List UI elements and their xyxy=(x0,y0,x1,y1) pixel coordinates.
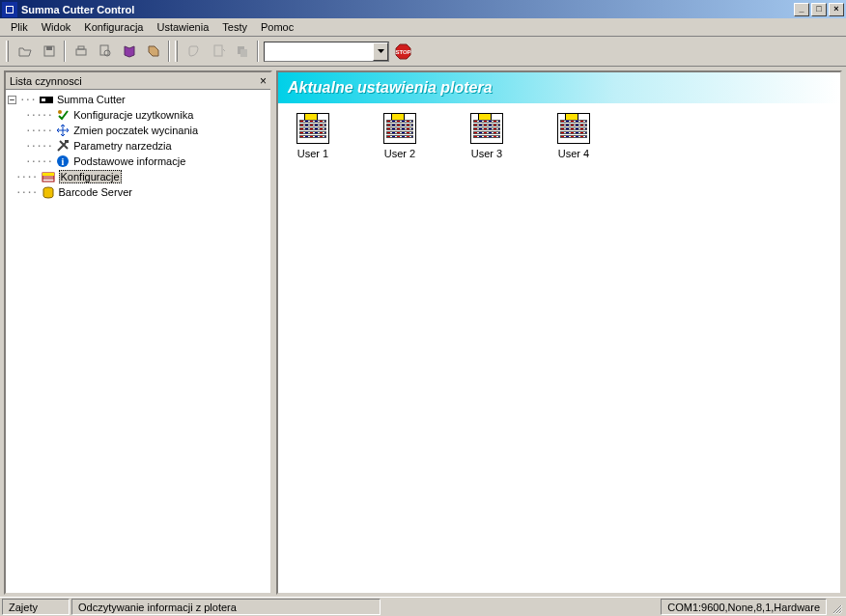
user-label: User 4 xyxy=(558,148,589,159)
info-icon: i xyxy=(55,154,70,168)
toolbar-combo[interactable] xyxy=(264,42,389,62)
svg-rect-1 xyxy=(7,7,13,13)
tree-body: − ··· Summa Cutter ····· Konfiguracje uz… xyxy=(6,90,270,593)
print-button[interactable] xyxy=(70,41,92,62)
tree-item-label: Konfiguracje xyxy=(59,170,122,183)
preview-button[interactable] xyxy=(94,41,116,62)
app-icon xyxy=(2,2,17,17)
chevron-down-icon xyxy=(373,42,388,61)
svg-rect-20 xyxy=(42,173,54,176)
folder-sheet-icon xyxy=(41,170,56,183)
user-label: User 3 xyxy=(471,148,502,159)
svg-rect-5 xyxy=(78,46,84,49)
open-button[interactable] xyxy=(14,41,36,62)
svg-rect-3 xyxy=(46,46,52,50)
svg-point-15 xyxy=(58,110,62,114)
user-item[interactable]: User 4 xyxy=(545,113,603,159)
content-body: User 1 User 2 User 3 User 4 xyxy=(278,103,840,593)
tree-item[interactable]: ····· Parametry narzedzia xyxy=(8,138,268,154)
tree-item-barcode[interactable]: ···· Barcode Server xyxy=(8,184,268,200)
tree-item-label: Barcode Server xyxy=(59,186,132,198)
maximize-button[interactable]: □ xyxy=(811,3,827,16)
user-label: User 2 xyxy=(384,148,415,159)
status-left: Zajety xyxy=(2,599,70,615)
svg-rect-16 xyxy=(65,140,69,143)
tree-root[interactable]: − ··· Summa Cutter xyxy=(8,92,268,107)
toolbar-separator xyxy=(168,41,170,62)
svg-rect-8 xyxy=(214,45,222,56)
menu-konfiguracja[interactable]: Konfiguracja xyxy=(77,19,150,35)
status-right: COM1:9600,None,8,1,Hardware xyxy=(661,599,827,615)
main-area: Lista czynnosci × − ··· Summa Cutter ···… xyxy=(0,67,846,597)
user-config-icon xyxy=(557,113,590,144)
user-label: User 1 xyxy=(297,148,328,159)
status-middle: Odczytywanie informacji z plotera xyxy=(71,599,381,615)
tree-panel: Lista czynnosci × − ··· Summa Cutter ···… xyxy=(4,70,272,595)
statusbar: Zajety Odczytywanie informacji z plotera… xyxy=(0,597,846,616)
menu-pomoc[interactable]: Pomoc xyxy=(254,19,300,35)
barrel-icon xyxy=(41,185,56,199)
menu-plik[interactable]: Plik xyxy=(4,19,35,35)
tree-item-label: Konfiguracje uzytkownika xyxy=(73,109,193,121)
tree-item-label: Zmien poczatek wycinania xyxy=(73,125,198,136)
window-title: Summa Cutter Control xyxy=(21,4,792,15)
user-config-icon xyxy=(383,113,416,144)
titlebar: Summa Cutter Control _ □ × xyxy=(0,0,846,18)
content-header: Aktualne ustawienia plotera xyxy=(278,72,840,103)
tag-button[interactable] xyxy=(142,41,164,62)
tree-item-label: Podstawowe informacje xyxy=(73,155,185,167)
close-button[interactable]: × xyxy=(829,3,844,16)
user-item[interactable]: User 3 xyxy=(458,113,516,159)
hammer-wrench-icon xyxy=(55,139,70,153)
book-button[interactable] xyxy=(118,41,140,62)
phone-button[interactable] xyxy=(183,41,205,62)
user-config-icon xyxy=(296,113,329,144)
toolbar-separator xyxy=(257,41,259,62)
device-icon xyxy=(39,93,54,106)
tree-root-label: Summa Cutter xyxy=(57,94,126,105)
new-doc-button[interactable] xyxy=(207,41,229,62)
svg-text:i: i xyxy=(62,156,65,167)
save-button[interactable] xyxy=(38,41,60,62)
toolbar-grip xyxy=(6,41,9,62)
menu-testy[interactable]: Testy xyxy=(215,19,254,35)
toolbar-grip xyxy=(175,41,178,62)
status-spacer xyxy=(382,599,659,615)
copy-button[interactable] xyxy=(231,41,253,62)
tree-item[interactable]: ····· Zmien poczatek wycinania xyxy=(8,123,268,138)
menubar: Plik Widok Konfiguracja Ustawienia Testy… xyxy=(0,18,846,37)
svg-rect-4 xyxy=(76,49,86,55)
svg-text:STOP: STOP xyxy=(395,49,410,55)
tree-header-label: Lista czynnosci xyxy=(10,75,82,87)
svg-rect-14 xyxy=(42,98,45,101)
tree-item-label: Parametry narzedzia xyxy=(73,140,172,152)
resize-grip[interactable] xyxy=(829,599,844,615)
user-config-icon xyxy=(470,113,503,144)
svg-rect-10 xyxy=(240,49,247,57)
tree-item-konfiguracje[interactable]: ···· Konfiguracje xyxy=(8,169,268,184)
toolbar: STOP xyxy=(0,37,846,67)
user-item[interactable]: User 1 xyxy=(284,113,342,159)
minimize-button[interactable]: _ xyxy=(794,3,809,16)
toolbar-separator xyxy=(64,41,66,62)
tree-item[interactable]: ····· i Podstawowe informacje xyxy=(8,154,268,169)
tree-item[interactable]: ····· Konfiguracje uzytkownika xyxy=(8,107,268,123)
tree-close-button[interactable]: × xyxy=(260,74,267,88)
tree-header: Lista czynnosci × xyxy=(6,72,270,90)
menu-ustawienia[interactable]: Ustawienia xyxy=(150,19,215,35)
stop-button[interactable]: STOP xyxy=(392,41,414,62)
collapse-icon[interactable]: − xyxy=(8,96,16,104)
menu-widok[interactable]: Widok xyxy=(35,19,78,35)
wrench-check-icon xyxy=(55,108,70,122)
user-item[interactable]: User 2 xyxy=(371,113,429,159)
move-arrows-icon xyxy=(55,124,70,137)
content-panel: Aktualne ustawienia plotera User 1 User … xyxy=(276,70,842,595)
